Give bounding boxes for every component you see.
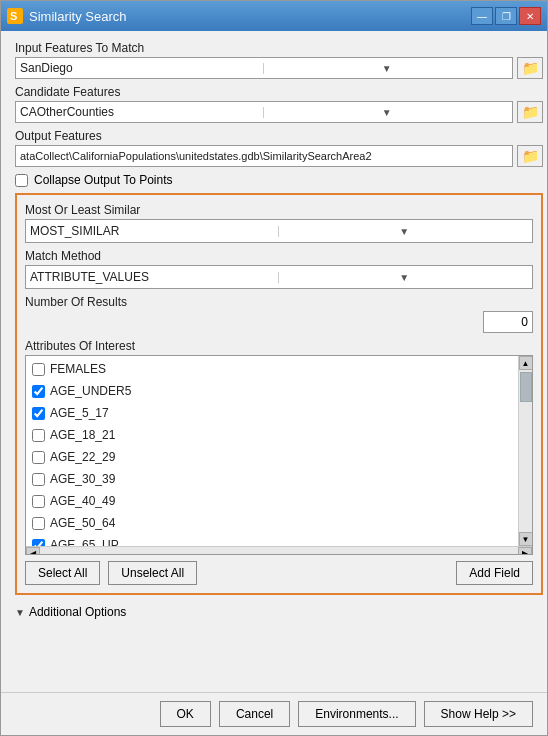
attr-checkbox-age_40_49[interactable] (32, 495, 45, 508)
attributes-list: FEMALESAGE_UNDER5AGE_5_17AGE_18_21AGE_22… (26, 356, 518, 546)
attr-checkbox-age_5_17[interactable] (32, 407, 45, 420)
candidate-features-label: Candidate Features (15, 85, 543, 99)
number-of-results-input[interactable] (483, 311, 533, 333)
attr-checkbox-age_under5[interactable] (32, 385, 45, 398)
minimize-button[interactable]: — (471, 7, 493, 25)
most-least-dropdown[interactable]: MOST_SIMILAR ▼ (25, 219, 533, 243)
output-features-label: Output Features (15, 129, 543, 143)
match-method-arrow-icon: ▼ (278, 272, 529, 283)
match-method-value: ATTRIBUTE_VALUES (30, 270, 278, 284)
attributes-label: Attributes Of Interest (25, 339, 533, 353)
app-icon: S (7, 8, 23, 24)
collapse-output-label: Collapse Output To Points (34, 173, 173, 187)
input-features-dropdown[interactable]: SanDiego ▼ (15, 57, 513, 79)
additional-options-label: Additional Options (29, 605, 126, 619)
window-title: Similarity Search (29, 9, 127, 24)
candidate-features-value: CAOtherCounties (20, 105, 263, 119)
attr-label-age_65_up: AGE_65_UP (50, 538, 119, 546)
attr-item: AGE_UNDER5 (26, 380, 518, 402)
additional-options-row[interactable]: ▼ Additional Options (15, 601, 543, 623)
attr-checkbox-age_22_29[interactable] (32, 451, 45, 464)
input-features-arrow-icon: ▼ (263, 63, 509, 74)
output-features-section: Output Features ataCollect\CaliforniaPop… (15, 129, 543, 167)
scroll-left-arrow[interactable]: ◀ (26, 547, 40, 556)
attrs-with-scroll: FEMALESAGE_UNDER5AGE_5_17AGE_18_21AGE_22… (26, 356, 532, 546)
cancel-button[interactable]: Cancel (219, 701, 290, 727)
output-features-input[interactable]: ataCollect\CaliforniaPopulations\uniteds… (15, 145, 513, 167)
output-features-value: ataCollect\CaliforniaPopulations\uniteds… (20, 150, 372, 162)
most-least-section: Most Or Least Similar MOST_SIMILAR ▼ (25, 203, 533, 243)
unselect-all-button[interactable]: Unselect All (108, 561, 197, 585)
input-features-section: Input Features To Match SanDiego ▼ 📁 (15, 41, 543, 79)
vertical-scrollbar[interactable]: ▲ ▼ (518, 356, 532, 546)
attributes-section: Attributes Of Interest FEMALESAGE_UNDER5… (25, 339, 533, 555)
candidate-features-arrow-icon: ▼ (263, 107, 509, 118)
collapse-arrow-icon: ▼ (15, 607, 25, 618)
scroll-down-arrow[interactable]: ▼ (519, 532, 533, 546)
attr-item: AGE_50_64 (26, 512, 518, 534)
candidate-features-folder-button[interactable]: 📁 (517, 101, 543, 123)
scroll-up-arrow[interactable]: ▲ (519, 356, 533, 370)
attr-item: AGE_30_39 (26, 468, 518, 490)
collapse-output-checkbox[interactable] (15, 174, 28, 187)
attr-label-age_under5: AGE_UNDER5 (50, 384, 131, 398)
attr-item: FEMALES (26, 358, 518, 380)
footer: OK Cancel Environments... Show Help >> (1, 692, 547, 735)
number-of-results-section: Number Of Results (25, 295, 533, 333)
attr-checkbox-age_18_21[interactable] (32, 429, 45, 442)
h-scroll-track (40, 547, 518, 556)
ok-button[interactable]: OK (160, 701, 211, 727)
title-bar-left: S Similarity Search (7, 8, 127, 24)
attr-checkbox-age_65_up[interactable] (32, 539, 45, 547)
attr-item: AGE_65_UP (26, 534, 518, 546)
show-help-button[interactable]: Show Help >> (424, 701, 533, 727)
output-features-folder-button[interactable]: 📁 (517, 145, 543, 167)
title-bar: S Similarity Search — ❐ ✕ (1, 1, 547, 31)
input-features-folder-button[interactable]: 📁 (517, 57, 543, 79)
select-all-button[interactable]: Select All (25, 561, 100, 585)
collapse-output-row: Collapse Output To Points (15, 173, 543, 187)
main-window: S Similarity Search — ❐ ✕ Input Features… (0, 0, 548, 736)
most-least-value: MOST_SIMILAR (30, 224, 278, 238)
attr-item: AGE_18_21 (26, 424, 518, 446)
attr-label-age_18_21: AGE_18_21 (50, 428, 115, 442)
attr-item: AGE_5_17 (26, 402, 518, 424)
scroll-right-arrow[interactable]: ▶ (518, 547, 532, 556)
attributes-box: FEMALESAGE_UNDER5AGE_5_17AGE_18_21AGE_22… (25, 355, 533, 555)
match-method-label: Match Method (25, 249, 533, 263)
attr-label-age_5_17: AGE_5_17 (50, 406, 109, 420)
attr-checkbox-age_30_39[interactable] (32, 473, 45, 486)
restore-button[interactable]: ❐ (495, 7, 517, 25)
input-features-label: Input Features To Match (15, 41, 543, 55)
svg-text:S: S (10, 10, 17, 22)
number-of-results-label: Number Of Results (25, 295, 533, 309)
attr-label-age_50_64: AGE_50_64 (50, 516, 115, 530)
attr-label-age_30_39: AGE_30_39 (50, 472, 115, 486)
most-least-arrow-icon: ▼ (278, 226, 529, 237)
candidate-features-section: Candidate Features CAOtherCounties ▼ 📁 (15, 85, 543, 123)
candidate-features-dropdown[interactable]: CAOtherCounties ▼ (15, 101, 513, 123)
attr-checkbox-age_50_64[interactable] (32, 517, 45, 530)
window-controls: — ❐ ✕ (471, 7, 541, 25)
attr-checkbox-females[interactable] (32, 363, 45, 376)
input-features-value: SanDiego (20, 61, 263, 75)
content-area: Input Features To Match SanDiego ▼ 📁 Can… (1, 31, 547, 692)
environments-button[interactable]: Environments... (298, 701, 415, 727)
match-method-dropdown[interactable]: ATTRIBUTE_VALUES ▼ (25, 265, 533, 289)
scroll-thumb[interactable] (520, 372, 532, 402)
attr-label-age_40_49: AGE_40_49 (50, 494, 115, 508)
attr-item: AGE_22_29 (26, 446, 518, 468)
add-field-button[interactable]: Add Field (456, 561, 533, 585)
attr-label-females: FEMALES (50, 362, 106, 376)
match-method-section: Match Method ATTRIBUTE_VALUES ▼ (25, 249, 533, 289)
close-button[interactable]: ✕ (519, 7, 541, 25)
most-least-label: Most Or Least Similar (25, 203, 533, 217)
attr-label-age_22_29: AGE_22_29 (50, 450, 115, 464)
action-buttons: Select All Unselect All Add Field (25, 561, 533, 585)
horizontal-scrollbar[interactable]: ◀ ▶ (26, 546, 532, 555)
similarity-options-box: Most Or Least Similar MOST_SIMILAR ▼ Mat… (15, 193, 543, 595)
attr-item: AGE_40_49 (26, 490, 518, 512)
